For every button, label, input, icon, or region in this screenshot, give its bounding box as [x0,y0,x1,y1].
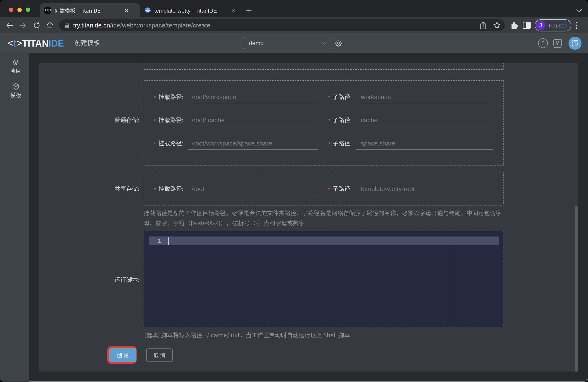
svg-text:?: ? [541,40,545,46]
svg-text:</>: </> [146,8,149,10]
